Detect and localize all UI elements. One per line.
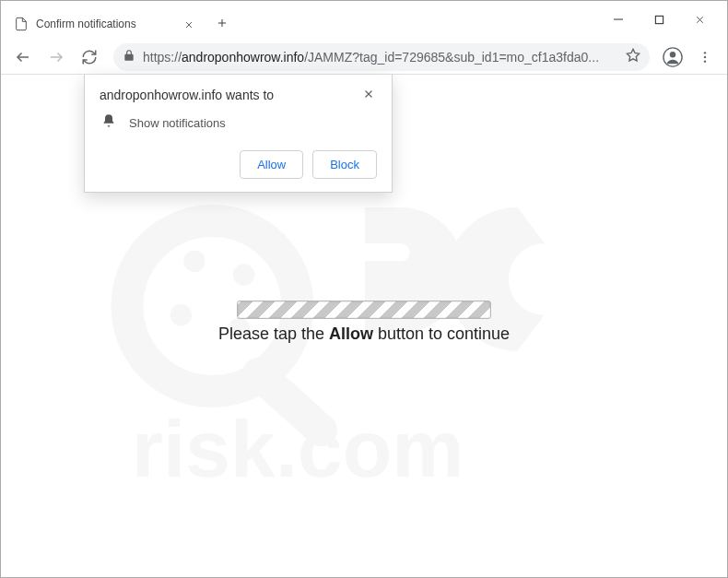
svg-point-19 (233, 264, 254, 285)
maximize-button[interactable] (639, 5, 679, 34)
allow-button[interactable]: Allow (240, 150, 303, 179)
permission-text: Show notifications (129, 116, 226, 130)
instruction-prefix: Please tap the (218, 324, 329, 343)
bell-icon (101, 113, 116, 132)
permission-dialog: androponhowrow.info wants to Show notifi… (84, 75, 393, 193)
forward-button[interactable] (41, 42, 71, 72)
tab-title: Confirm notifications (36, 18, 183, 30)
page-icon (14, 17, 29, 31)
svg-point-15 (704, 60, 706, 62)
new-tab-button[interactable] (209, 10, 235, 36)
url-path: /JAMMZ?tag_id=729685&sub_id1=mo_cf1a3fda… (304, 50, 599, 65)
reload-button[interactable] (75, 42, 104, 72)
tab-close-icon[interactable] (183, 18, 196, 30)
svg-point-14 (704, 55, 706, 57)
address-bar[interactable]: https://androponhowrow.info/JAMMZ?tag_id… (113, 43, 650, 71)
close-window-button[interactable] (679, 5, 720, 34)
url-protocol: https:// (143, 50, 182, 65)
block-button[interactable]: Block (312, 150, 377, 179)
svg-point-12 (670, 52, 675, 57)
permission-dialog-title: androponhowrow.info wants to (100, 88, 362, 102)
svg-rect-5 (655, 16, 663, 23)
svg-text:risk.com: risk.com (132, 404, 464, 494)
svg-point-13 (704, 52, 706, 53)
window-controls (598, 1, 727, 38)
bookmark-star-icon[interactable] (626, 48, 640, 66)
svg-point-18 (183, 251, 205, 272)
svg-marker-10 (627, 49, 639, 61)
browser-tab[interactable]: Confirm notifications (1, 8, 204, 40)
url-text: https://androponhowrow.info/JAMMZ?tag_id… (143, 50, 626, 65)
progress-bar (237, 301, 491, 319)
close-icon[interactable] (362, 88, 377, 102)
toolbar: https://androponhowrow.info/JAMMZ?tag_id… (1, 40, 727, 75)
kebab-menu-icon[interactable] (690, 42, 720, 72)
profile-avatar-icon[interactable] (661, 45, 685, 69)
back-button[interactable] (8, 42, 38, 72)
instruction-suffix: button to continue (373, 324, 510, 343)
viewport: risk.com androponhowrow.info wants to Sh… (1, 75, 727, 578)
instruction-text: Please tap the Allow button to continue (218, 324, 510, 344)
page-content: Please tap the Allow button to continue (1, 301, 727, 344)
instruction-strong: Allow (329, 324, 373, 343)
lock-icon (123, 49, 135, 65)
svg-rect-17 (236, 351, 345, 454)
titlebar: Confirm notifications (1, 1, 727, 40)
minimize-button[interactable] (598, 5, 639, 34)
url-domain: androponhowrow.info (182, 50, 304, 65)
